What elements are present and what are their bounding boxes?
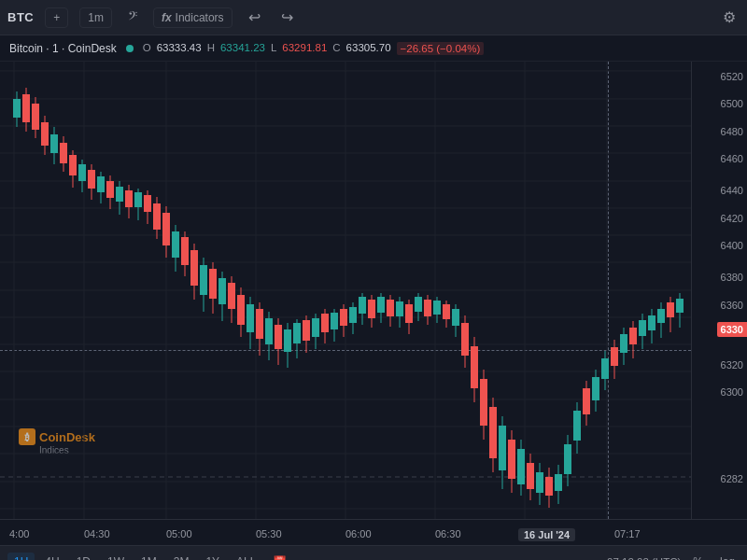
toolbar: BTC + 1m 𝄢 fx Indicators ↩ ↪ ⚙ bbox=[0, 0, 747, 35]
date-badge: 16 Jul '24 bbox=[518, 528, 575, 541]
o-label: O bbox=[143, 42, 151, 55]
indicators-button[interactable]: fx Indicators bbox=[153, 7, 233, 28]
svg-rect-131 bbox=[499, 426, 506, 470]
current-price-badge: 6330 bbox=[717, 322, 747, 337]
time-0500: 05:00 bbox=[166, 528, 192, 539]
svg-rect-73 bbox=[228, 283, 235, 309]
tf-1w[interactable]: 1W bbox=[101, 553, 131, 561]
svg-rect-65 bbox=[190, 250, 198, 286]
chart-type-button[interactable]: 𝄢 bbox=[123, 7, 142, 28]
svg-rect-45 bbox=[97, 176, 105, 192]
svg-rect-119 bbox=[443, 304, 450, 319]
svg-rect-57 bbox=[153, 203, 161, 230]
price-6282: 6282 bbox=[721, 473, 743, 484]
h-label: H bbox=[207, 42, 215, 55]
svg-rect-99 bbox=[349, 307, 357, 323]
tf-3m[interactable]: 3M bbox=[167, 553, 196, 561]
svg-rect-89 bbox=[303, 320, 310, 341]
svg-rect-115 bbox=[424, 300, 431, 316]
svg-rect-55 bbox=[144, 195, 151, 212]
time-0717: 07:17 bbox=[614, 528, 641, 539]
svg-rect-145 bbox=[564, 444, 571, 474]
svg-rect-93 bbox=[321, 314, 329, 332]
l-label: L bbox=[271, 42, 276, 55]
ohlc-data: O 63333.43 H 63341.23 L 63291.81 C 63305… bbox=[143, 42, 485, 55]
chart-area[interactable]: ₿ CoinDesk Indices bbox=[0, 62, 747, 519]
svg-rect-27 bbox=[13, 99, 21, 118]
svg-rect-77 bbox=[247, 304, 254, 332]
price-axis: 6520 6500 6480 6460 6440 6420 6400 6380 … bbox=[691, 62, 747, 519]
price-6500: 6500 bbox=[721, 98, 743, 109]
tf-1d[interactable]: 1D bbox=[70, 553, 97, 561]
svg-rect-167 bbox=[667, 302, 674, 317]
tf-all[interactable]: ALL bbox=[230, 553, 262, 561]
svg-rect-59 bbox=[162, 213, 170, 245]
svg-rect-149 bbox=[583, 388, 590, 414]
bottom-bar: 1H 4H 1D 1W 1M 3M 1Y ALL 📅 07:12:02 (UTC… bbox=[0, 545, 747, 560]
svg-rect-51 bbox=[125, 190, 133, 207]
svg-rect-63 bbox=[181, 237, 189, 265]
calendar-button[interactable]: 📅 bbox=[266, 553, 293, 561]
price-6480: 6480 bbox=[721, 126, 743, 137]
price-6440: 6440 bbox=[721, 185, 743, 196]
add-button[interactable]: + bbox=[45, 7, 68, 28]
tf-1y[interactable]: 1Y bbox=[199, 553, 226, 561]
price-change: −26.65 (−0.04%) bbox=[397, 42, 485, 55]
svg-rect-165 bbox=[657, 309, 665, 323]
svg-rect-147 bbox=[573, 411, 581, 441]
percent-button[interactable]: % bbox=[688, 553, 708, 561]
svg-rect-143 bbox=[555, 474, 562, 491]
svg-rect-157 bbox=[620, 334, 627, 353]
svg-rect-107 bbox=[387, 300, 394, 316]
svg-rect-125 bbox=[471, 346, 478, 388]
undo-button[interactable]: ↩ bbox=[244, 7, 265, 28]
utc-time: 07:12:02 (UTC) bbox=[607, 556, 681, 561]
symbol-label: BTC bbox=[7, 10, 34, 24]
tf-1h[interactable]: 1H bbox=[7, 553, 35, 561]
svg-rect-155 bbox=[611, 347, 618, 366]
svg-rect-41 bbox=[78, 164, 86, 181]
svg-rect-153 bbox=[601, 358, 609, 379]
price-6380: 6380 bbox=[721, 272, 743, 283]
svg-rect-61 bbox=[172, 231, 179, 258]
svg-rect-43 bbox=[88, 170, 95, 189]
settings-button[interactable]: ⚙ bbox=[719, 5, 740, 30]
svg-rect-31 bbox=[32, 104, 39, 130]
price-6460: 6460 bbox=[721, 153, 743, 164]
chart-svg bbox=[0, 62, 691, 519]
time-400: 4:00 bbox=[9, 528, 29, 539]
svg-rect-53 bbox=[134, 192, 142, 207]
svg-rect-95 bbox=[331, 313, 338, 329]
candlestick-chart[interactable]: ₿ CoinDesk Indices bbox=[0, 62, 691, 519]
live-dot bbox=[126, 45, 134, 52]
svg-rect-139 bbox=[536, 472, 543, 493]
redo-button[interactable]: ↪ bbox=[276, 7, 298, 28]
svg-rect-67 bbox=[200, 265, 207, 295]
svg-rect-105 bbox=[377, 297, 385, 313]
svg-rect-111 bbox=[405, 304, 413, 323]
svg-rect-109 bbox=[396, 301, 403, 316]
svg-rect-123 bbox=[461, 323, 469, 356]
price-6300: 6300 bbox=[721, 386, 743, 398]
interval-button[interactable]: 1m bbox=[79, 7, 112, 28]
svg-rect-133 bbox=[508, 440, 515, 479]
l-value: 63291.81 bbox=[282, 42, 327, 55]
svg-rect-151 bbox=[592, 377, 599, 400]
svg-rect-169 bbox=[676, 299, 684, 313]
time-0600: 06:00 bbox=[345, 528, 372, 539]
tf-1m[interactable]: 1M bbox=[134, 553, 163, 561]
svg-rect-103 bbox=[368, 300, 375, 318]
svg-rect-69 bbox=[209, 269, 217, 299]
svg-rect-75 bbox=[237, 295, 245, 325]
tf-4h[interactable]: 4H bbox=[38, 553, 65, 561]
svg-rect-117 bbox=[433, 301, 441, 315]
svg-rect-91 bbox=[312, 318, 319, 337]
bottom-right-controls: 07:12:02 (UTC) % log bbox=[607, 553, 740, 561]
time-0630: 06:30 bbox=[435, 528, 461, 539]
svg-rect-47 bbox=[106, 181, 114, 198]
svg-rect-101 bbox=[359, 297, 366, 314]
svg-rect-35 bbox=[50, 134, 58, 153]
log-button[interactable]: log bbox=[715, 553, 740, 561]
svg-rect-81 bbox=[265, 318, 273, 344]
svg-rect-29 bbox=[22, 94, 30, 122]
